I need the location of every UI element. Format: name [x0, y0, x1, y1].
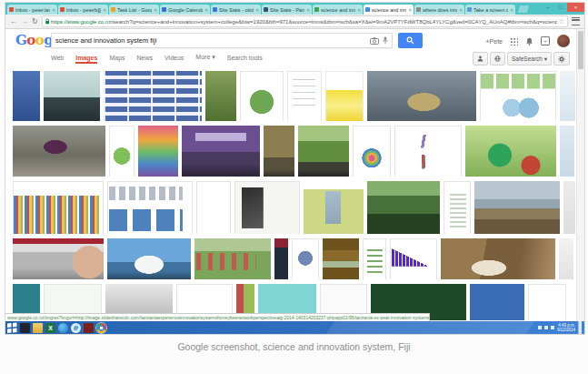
result-thumbnail[interactable]	[560, 126, 574, 177]
result-thumbnail[interactable]	[443, 181, 471, 234]
result-thumbnail[interactable]	[367, 71, 476, 121]
result-thumbnail[interactable]	[138, 126, 178, 177]
search-type-tab-search-tools[interactable]: Search tools	[227, 55, 263, 64]
result-thumbnail[interactable]	[109, 126, 135, 177]
forward-icon[interactable]: →	[21, 18, 28, 25]
search-type-tab-more[interactable]: More ▾	[195, 54, 214, 64]
voice-search-icon[interactable]	[383, 36, 388, 45]
show-desktop-button[interactable]	[578, 321, 582, 334]
camera-search-icon[interactable]	[370, 37, 379, 45]
dark-app-taskbar-icon[interactable]	[20, 323, 30, 333]
scrollbar-thumb[interactable]	[578, 31, 583, 69]
result-thumbnail[interactable]	[240, 71, 284, 121]
maximize-button[interactable]: □	[554, 3, 567, 12]
result-thumbnail[interactable]	[528, 284, 566, 320]
result-thumbnail[interactable]	[182, 126, 260, 177]
result-thumbnail[interactable]	[13, 126, 105, 177]
result-thumbnail[interactable]	[274, 238, 288, 279]
settings-button[interactable]	[553, 52, 570, 66]
result-thumbnail[interactable]	[325, 71, 364, 121]
browser-tab[interactable]: science and inno×	[313, 5, 363, 15]
tab-close-icon[interactable]: ×	[255, 7, 259, 13]
bookmark-star-icon[interactable]: ☆	[559, 18, 564, 25]
result-thumbnail[interactable]	[465, 126, 556, 177]
back-icon[interactable]: ←	[10, 18, 17, 25]
chrome-menu-icon[interactable]	[572, 17, 580, 25]
result-thumbnail[interactable]	[559, 238, 573, 279]
browser-tab[interactable]: Inbox - peterb@c×	[58, 5, 108, 15]
result-thumbnail[interactable]	[474, 181, 560, 234]
reload-icon[interactable]: ↻	[32, 18, 38, 25]
result-thumbnail[interactable]	[205, 71, 236, 121]
tab-close-icon[interactable]: ×	[459, 7, 463, 13]
people-filter-button[interactable]	[473, 52, 488, 66]
apps-grid-icon[interactable]	[510, 37, 518, 45]
tray-network-icon[interactable]	[544, 326, 548, 329]
result-thumbnail[interactable]	[470, 284, 524, 320]
result-thumbnail[interactable]	[563, 181, 575, 234]
browser-tab[interactable]: Google Calendar×	[160, 5, 210, 15]
tray-show-hidden-icon[interactable]	[538, 326, 542, 329]
close-button[interactable]: ×	[567, 3, 584, 12]
result-thumbnail[interactable]	[196, 181, 231, 234]
notifications-bell-icon[interactable]	[525, 37, 533, 45]
tab-close-icon[interactable]: ×	[204, 7, 208, 13]
chrome-taskbar-icon[interactable]	[96, 323, 106, 333]
tab-close-icon[interactable]: ×	[103, 7, 106, 13]
result-thumbnail[interactable]	[394, 126, 462, 177]
browser-tab[interactable]: where does inno×	[414, 5, 464, 15]
tab-close-icon[interactable]: ×	[154, 7, 157, 13]
browser-tab[interactable]: Task List - Googl×	[109, 5, 159, 15]
minimize-button[interactable]: –	[542, 3, 554, 12]
start-taskbar-icon[interactable]	[7, 322, 17, 333]
page-scrollbar[interactable]	[576, 29, 584, 321]
result-thumbnail[interactable]	[367, 181, 440, 234]
result-thumbnail[interactable]	[264, 126, 294, 177]
result-thumbnail[interactable]	[13, 181, 104, 234]
tab-close-icon[interactable]: ×	[510, 7, 513, 13]
result-thumbnail[interactable]	[13, 71, 40, 121]
safesearch-dropdown[interactable]: SafeSearch ▾	[507, 52, 552, 66]
new-tab-button[interactable]	[518, 5, 530, 13]
result-thumbnail[interactable]	[480, 71, 556, 121]
result-thumbnail[interactable]	[107, 238, 191, 279]
internet-explorer-taskbar-icon[interactable]: e	[71, 323, 81, 333]
browser-tab[interactable]: Inbox - peter.lan×	[7, 5, 57, 15]
search-type-tab-news[interactable]: News	[137, 55, 154, 64]
excel-taskbar-icon[interactable]: X	[45, 323, 55, 333]
folder-taskbar-icon[interactable]	[33, 323, 43, 333]
result-thumbnail[interactable]	[441, 238, 555, 279]
tab-close-icon[interactable]: ×	[408, 7, 412, 13]
red-app-taskbar-icon[interactable]	[84, 323, 94, 333]
blue-app-taskbar-icon[interactable]	[58, 323, 68, 333]
result-thumbnail[interactable]	[107, 181, 193, 234]
address-bar[interactable]: https://www.google.co.nz/search?q=scienc…	[42, 15, 568, 27]
tab-close-icon[interactable]: ×	[306, 7, 310, 13]
share-icon[interactable]: +	[541, 36, 550, 45]
browser-tab[interactable]: science and inno×	[364, 5, 414, 15]
result-thumbnail[interactable]	[323, 238, 359, 279]
tray-volume-icon[interactable]	[551, 326, 554, 329]
result-thumbnail[interactable]	[13, 238, 104, 279]
result-thumbnail[interactable]	[194, 238, 271, 279]
tab-close-icon[interactable]: ×	[52, 7, 55, 13]
tab-close-icon[interactable]: ×	[357, 7, 361, 13]
google-plus-link[interactable]: +Pete	[486, 38, 503, 45]
search-type-tab-images[interactable]: Images	[75, 55, 97, 64]
search-input[interactable]: science and innovation system fiji	[51, 33, 393, 48]
search-type-tab-web[interactable]: Web	[51, 55, 64, 64]
result-thumbnail[interactable]	[287, 71, 322, 121]
result-thumbnail[interactable]	[234, 181, 300, 234]
result-thumbnail[interactable]	[363, 238, 386, 279]
result-thumbnail[interactable]	[44, 71, 100, 121]
taskbar-clock[interactable]: 4:43 p.m. 9/12/2014	[557, 323, 575, 332]
search-type-tab-maps[interactable]: Maps	[109, 55, 125, 64]
result-thumbnail[interactable]	[390, 238, 437, 279]
search-button[interactable]	[398, 33, 423, 48]
account-avatar[interactable]	[557, 35, 570, 47]
result-thumbnail[interactable]	[298, 126, 349, 177]
browser-tab[interactable]: Site Stats - Pano×	[262, 5, 312, 15]
result-thumbnail[interactable]	[304, 181, 364, 234]
color-filter-button[interactable]	[490, 52, 505, 66]
browser-tab[interactable]: Take a screen ca×	[465, 5, 515, 15]
